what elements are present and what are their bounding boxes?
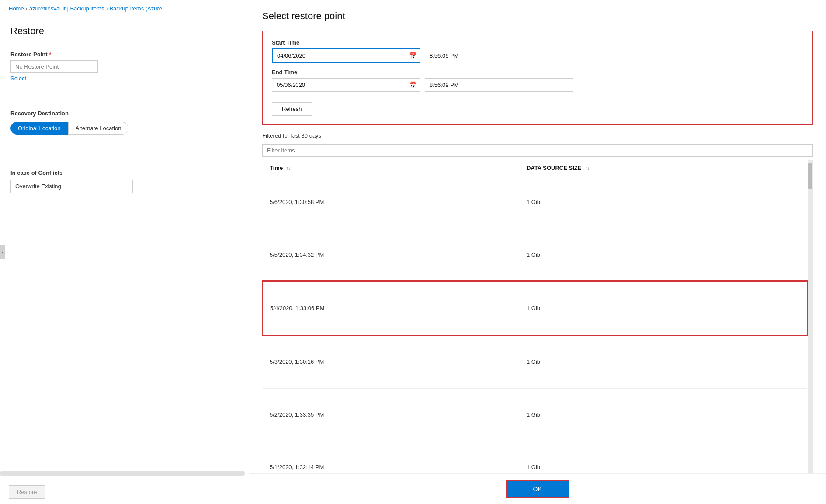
- location-buttons: Original Location Alternate Location: [10, 122, 238, 135]
- right-panel: Select restore point Start Time 📅 End Ti…: [249, 0, 826, 504]
- required-marker: *: [49, 51, 51, 58]
- original-location-button[interactable]: Original Location: [10, 122, 68, 135]
- alternate-location-button[interactable]: Alternate Location: [68, 122, 129, 135]
- left-panel: Home › azurefilesvault | Backup items › …: [0, 0, 249, 504]
- end-date-input[interactable]: [272, 78, 420, 92]
- cell-size: 1 Gib: [520, 388, 807, 441]
- cell-time: 5/2/2020, 1:33:35 PM: [263, 388, 520, 441]
- end-time-row: 📅: [272, 78, 803, 92]
- table-row[interactable]: 5/5/2020, 1:34:32 PM1 Gib: [263, 228, 807, 282]
- cell-time: 5/3/2020, 1:30:16 PM: [263, 335, 520, 389]
- cell-time: 5/5/2020, 1:34:32 PM: [263, 228, 520, 282]
- restore-button[interactable]: Restore: [9, 485, 45, 499]
- cell-time: 5/6/2020, 1:30:58 PM: [263, 176, 520, 228]
- cell-time: 5/4/2020, 1:33:06 PM: [263, 281, 520, 335]
- breadcrumb-home[interactable]: Home: [9, 5, 24, 12]
- recovery-destination-label: Recovery Destination: [10, 110, 238, 117]
- sort-icon-time: ↑↓: [286, 166, 291, 171]
- breadcrumb-vault[interactable]: azurefilesvault | Backup items: [29, 5, 104, 12]
- collapse-arrow[interactable]: ‹: [0, 245, 5, 259]
- end-time-label: End Time: [272, 69, 803, 76]
- cell-size: 1 Gib: [520, 176, 807, 228]
- horizontal-scrollbar[interactable]: [0, 471, 245, 476]
- conflicts-input[interactable]: [10, 180, 133, 193]
- table-row[interactable]: 5/6/2020, 1:30:58 PM1 Gib: [263, 176, 807, 228]
- restore-point-section: Restore Point * Select: [0, 42, 249, 90]
- table-body: 5/6/2020, 1:30:58 PM1 Gib5/5/2020, 1:34:…: [263, 176, 807, 494]
- page-title: Restore: [0, 17, 249, 42]
- table-row[interactable]: 5/3/2020, 1:30:16 PM1 Gib: [263, 335, 807, 389]
- ok-button-area: OK: [249, 473, 826, 504]
- breadcrumb-items[interactable]: Backup Items (Azure: [109, 5, 162, 12]
- table-area: Time ↑↓ DATA SOURCE SIZE ↑↓ 5/6/2020, 1:…: [262, 160, 813, 494]
- breadcrumb: Home › azurefilesvault | Backup items › …: [0, 0, 249, 17]
- vertical-scrollbar[interactable]: [808, 160, 813, 494]
- cell-size: 1 Gib: [520, 335, 807, 389]
- table-header-row: Time ↑↓ DATA SOURCE SIZE ↑↓: [263, 160, 807, 176]
- select-link[interactable]: Select: [10, 75, 26, 82]
- start-date-input[interactable]: [272, 48, 420, 63]
- date-filter-box: Start Time 📅 End Time 📅: [262, 31, 813, 125]
- restore-point-label: Restore Point *: [10, 51, 238, 58]
- ok-button[interactable]: OK: [506, 480, 569, 498]
- end-time-input[interactable]: [425, 78, 573, 92]
- col-header-time[interactable]: Time ↑↓: [263, 160, 520, 176]
- scrollbar-thumb[interactable]: [808, 163, 812, 189]
- restore-point-input[interactable]: [10, 60, 98, 73]
- conflicts-label: In case of Conflicts: [10, 169, 238, 176]
- conflicts-section: In case of Conflicts: [0, 161, 249, 202]
- col-header-size[interactable]: DATA SOURCE SIZE ↑↓: [520, 160, 807, 176]
- filter-note: Filtered for last 30 days: [262, 132, 813, 139]
- end-time-group: End Time 📅: [272, 69, 803, 92]
- filter-input[interactable]: [267, 147, 808, 154]
- cell-size: 1 Gib: [520, 228, 807, 282]
- end-date-wrapper: 📅: [272, 78, 420, 92]
- cell-size: 1 Gib: [520, 281, 807, 335]
- breadcrumb-sep-1: ›: [26, 6, 28, 12]
- filter-input-wrapper: [262, 144, 813, 157]
- start-time-row: 📅: [272, 48, 803, 63]
- breadcrumb-sep-2: ›: [106, 6, 108, 12]
- recovery-destination-section: Recovery Destination Original Location A…: [0, 101, 249, 143]
- divider-1: [0, 94, 249, 94]
- start-time-input[interactable]: [425, 49, 573, 62]
- restore-point-row: [10, 60, 238, 73]
- restore-points-table: Time ↑↓ DATA SOURCE SIZE ↑↓ 5/6/2020, 1:…: [262, 160, 808, 494]
- start-time-label: Start Time: [272, 39, 803, 46]
- start-time-group: Start Time 📅: [272, 39, 803, 63]
- start-date-wrapper: 📅: [272, 48, 420, 63]
- table-row[interactable]: 5/4/2020, 1:33:06 PM1 Gib: [263, 281, 807, 335]
- right-panel-title: Select restore point: [262, 10, 813, 22]
- refresh-button[interactable]: Refresh: [272, 102, 312, 116]
- table-row[interactable]: 5/2/2020, 1:33:35 PM1 Gib: [263, 388, 807, 441]
- bottom-bar: Restore: [0, 480, 249, 504]
- sort-icon-size: ↑↓: [585, 166, 590, 171]
